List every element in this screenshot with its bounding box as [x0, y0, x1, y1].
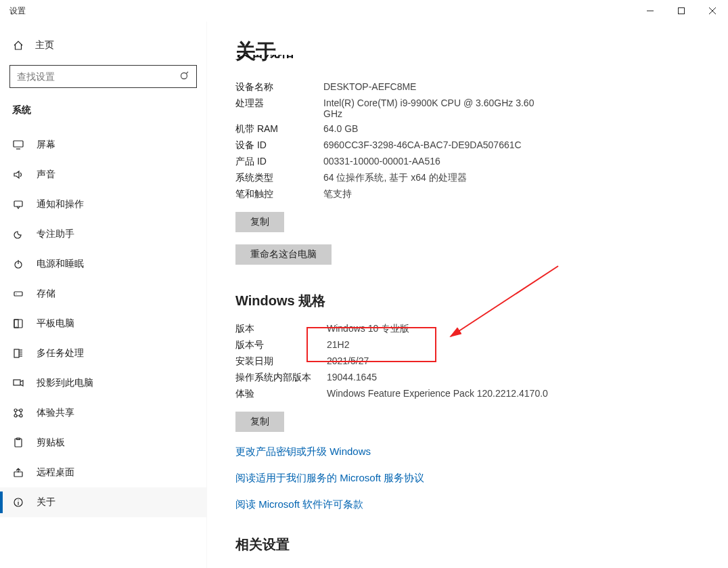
- close-button[interactable]: [697, 0, 728, 22]
- spec-value: 笔支持: [323, 188, 352, 200]
- spec-value: DESKTOP-AEFC8ME: [323, 81, 416, 93]
- svg-point-22: [14, 409, 17, 412]
- focus-icon: [12, 229, 24, 240]
- windows-spec-list: 版本Windows 10 专业版版本号21H2安装日期2021/5/27操作系统…: [235, 321, 728, 402]
- tablet-icon: [12, 318, 24, 329]
- nav-item-label: 剪贴板: [37, 437, 65, 449]
- search-input[interactable]: [9, 65, 197, 88]
- minimize-button[interactable]: [635, 0, 666, 22]
- svg-rect-21: [14, 380, 20, 385]
- rename-pc-button[interactable]: 重命名这台电脑: [235, 244, 332, 265]
- spec-value: Windows Feature Experience Pack 120.2212…: [327, 388, 548, 400]
- main-content: 关于 设备规格 设备名称DESKTOP-AEFC8ME处理器Intel(R) C…: [207, 22, 728, 568]
- nav-item-label: 平板电脑: [37, 318, 74, 330]
- nav-item-about[interactable]: 关于: [0, 487, 206, 517]
- spec-row: 版本Windows 10 专业版: [235, 321, 728, 337]
- nav-item-label: 电源和睡眠: [37, 258, 84, 270]
- nav-item-focus[interactable]: 专注助手: [0, 219, 206, 249]
- svg-point-12: [16, 293, 16, 294]
- svg-rect-11: [14, 292, 22, 296]
- nav-item-storage[interactable]: 存储: [0, 279, 206, 309]
- spec-label: 机带 RAM: [235, 123, 323, 135]
- clipped-heading: 设备规格: [235, 55, 728, 60]
- svg-point-15: [16, 326, 17, 327]
- windows-spec-heading: Windows 规格: [235, 292, 728, 310]
- spec-row: 操作系统内部版本19044.1645: [235, 370, 728, 386]
- nav-item-tablet[interactable]: 平板电脑: [0, 309, 206, 338]
- sidebar: 主页 系统 屏幕声音通知和操作专注助手电源和睡眠存储平板电脑多任务处理投影到此电…: [0, 22, 207, 568]
- about-icon: [12, 497, 24, 508]
- svg-point-24: [14, 414, 17, 417]
- spec-label: 系统类型: [235, 172, 323, 184]
- copy-device-button[interactable]: 复制: [235, 212, 284, 232]
- spec-value: 19044.1645: [327, 372, 377, 384]
- search-icon: [179, 71, 190, 82]
- search-container: [9, 65, 197, 88]
- remote-icon: [12, 467, 24, 478]
- spec-label: 处理器: [235, 97, 323, 119]
- spec-row: 安装日期2021/5/27: [235, 353, 728, 370]
- title-bar: 设置: [0, 0, 728, 22]
- nav-item-sound[interactable]: 声音: [0, 160, 206, 190]
- nav-item-label: 专注助手: [37, 228, 74, 240]
- spec-label: 操作系统内部版本: [235, 372, 327, 384]
- nav-item-label: 通知和操作: [37, 198, 84, 211]
- page-title: 关于: [235, 38, 728, 66]
- nav-item-notify[interactable]: 通知和操作: [0, 190, 206, 219]
- copy-windows-button[interactable]: 复制: [235, 412, 284, 432]
- project-icon: [12, 378, 24, 389]
- spec-row: 笔和触控笔支持: [235, 186, 728, 202]
- spec-value: Intel(R) Core(TM) i9-9900K CPU @ 3.60GHz…: [323, 97, 547, 119]
- spec-value: 6960CC3F-3298-46CA-BAC7-DE9DA507661C: [323, 139, 522, 152]
- storage-icon: [12, 288, 24, 299]
- spec-label: 安装日期: [235, 355, 327, 368]
- nav-item-label: 存储: [37, 288, 55, 300]
- notify-icon: [12, 199, 24, 210]
- settings-link[interactable]: 更改产品密钥或升级 Windows: [235, 445, 728, 458]
- nav-item-display[interactable]: 屏幕: [0, 130, 206, 160]
- settings-link[interactable]: 阅读适用于我们服务的 Microsoft 服务协议: [235, 472, 728, 485]
- nav-item-label: 声音: [37, 169, 55, 181]
- svg-rect-8: [14, 201, 22, 206]
- device-spec-list: 设备名称DESKTOP-AEFC8ME处理器Intel(R) Core(TM) …: [235, 79, 728, 202]
- nav-item-share[interactable]: 体验共享: [0, 398, 206, 428]
- spec-row: 系统类型64 位操作系统, 基于 x64 的处理器: [235, 170, 728, 186]
- nav-item-remote[interactable]: 远程桌面: [0, 458, 206, 487]
- spec-label: 设备名称: [235, 81, 323, 93]
- spec-label: 体验: [235, 388, 327, 400]
- spec-row: 设备名称DESKTOP-AEFC8ME: [235, 79, 728, 95]
- spec-value: 21H2: [327, 339, 349, 351]
- nav-item-label: 投影到此电脑: [37, 377, 93, 389]
- spec-label: 产品 ID: [235, 156, 323, 168]
- power-icon: [12, 259, 24, 269]
- multitask-icon: [12, 348, 24, 359]
- nav-item-power[interactable]: 电源和睡眠: [0, 249, 206, 279]
- spec-value: Windows 10 专业版: [327, 323, 409, 335]
- svg-point-23: [20, 409, 22, 412]
- spec-row: 设备 ID6960CC3F-3298-46CA-BAC7-DE9DA507661…: [235, 137, 728, 154]
- home-nav[interactable]: 主页: [0, 34, 206, 57]
- nav-item-multitask[interactable]: 多任务处理: [0, 338, 206, 368]
- spec-row: 处理器Intel(R) Core(TM) i9-9900K CPU @ 3.60…: [235, 95, 728, 121]
- home-label: 主页: [35, 39, 54, 51]
- nav-item-label: 关于: [37, 496, 55, 508]
- nav-item-label: 屏幕: [37, 139, 55, 151]
- window-title: 设置: [9, 5, 26, 17]
- nav-item-clipboard[interactable]: 剪贴板: [0, 428, 206, 458]
- nav-item-label: 体验共享: [37, 407, 74, 419]
- svg-rect-16: [14, 349, 19, 357]
- related-heading: 相关设置: [235, 536, 728, 554]
- spec-label: 版本: [235, 323, 327, 335]
- maximize-button[interactable]: [666, 0, 697, 22]
- svg-point-25: [20, 414, 22, 417]
- share-icon: [12, 408, 24, 418]
- spec-label: 设备 ID: [235, 139, 323, 152]
- clipboard-icon: [12, 437, 24, 448]
- spec-value: 64.0 GB: [323, 123, 358, 135]
- svg-rect-6: [14, 141, 23, 147]
- nav-item-project[interactable]: 投影到此电脑: [0, 368, 206, 398]
- svg-rect-1: [679, 8, 685, 14]
- nav-list: 屏幕声音通知和操作专注助手电源和睡眠存储平板电脑多任务处理投影到此电脑体验共享剪…: [0, 130, 206, 517]
- settings-link[interactable]: 阅读 Microsoft 软件许可条款: [235, 498, 728, 511]
- nav-item-label: 多任务处理: [37, 347, 84, 359]
